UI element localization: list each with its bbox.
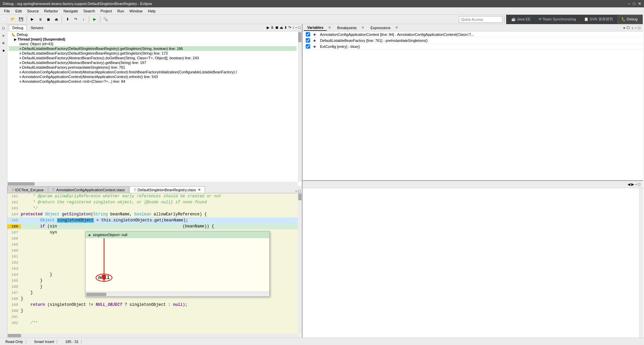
debug-hscroll-thumb[interactable] (8, 182, 35, 186)
debug-thread[interactable]: ▶ Thread [main] (Suspended) (9, 37, 297, 42)
debug-stepover-icon[interactable]: ↷ (288, 25, 291, 30)
sidebar-icon-4[interactable]: ■ (1, 48, 7, 54)
quick-access-input[interactable] (459, 16, 502, 23)
editor-maximize-icon[interactable]: □ (298, 189, 301, 193)
editor-section: J IOCTest_Ext.java C AnnotationConfigApp… (7, 186, 302, 338)
autocomplete-item-0[interactable]: ◆ singletonObject= null (86, 231, 269, 238)
tab-defaultsingleton-close[interactable]: ✕ (198, 188, 201, 192)
vars-icon1[interactable]: ≡ (623, 26, 625, 30)
debug-owns[interactable]: owns: Object (id=43) (9, 42, 297, 46)
ac-hscroll[interactable] (86, 292, 269, 296)
debug-suspend-icon[interactable]: ⏸ (270, 25, 274, 30)
toolbar-step-over[interactable]: ↷ (72, 16, 79, 23)
code-vscroll[interactable] (298, 193, 302, 334)
persp-javaee[interactable]: ☕ Java EE (507, 15, 534, 23)
debug-launch[interactable]: 🐛 Debug (9, 32, 297, 37)
menu-run[interactable]: Run (115, 8, 127, 14)
code-hscroll-thumb[interactable] (8, 334, 21, 337)
code-line-183: 183 */ (7, 205, 298, 211)
maximize-button[interactable]: □ (633, 1, 635, 6)
toolbar-search[interactable]: 🔍 (102, 16, 109, 23)
autocomplete-popup[interactable]: ◆ singletonObject= null null (85, 231, 270, 297)
vars-minimize[interactable]: − (635, 26, 637, 30)
stack-frame-2[interactable]: ≡ DefaultListableBeanFactory(AbstractBea… (9, 56, 297, 60)
debug-maximize-icon[interactable]: □ (298, 25, 301, 30)
vars-icon2[interactable]: ⬡ (627, 25, 630, 30)
toolbar-save[interactable]: 💾 (17, 16, 25, 23)
debug-hscroll[interactable] (7, 182, 298, 186)
persp-team[interactable]: ⟳ Team Synchronizing (535, 15, 580, 23)
var-check-2[interactable] (305, 44, 311, 49)
rb-left-arrow[interactable]: ◀ (628, 182, 630, 187)
persp-svn[interactable]: 📋 SVN 资库研究 (580, 15, 617, 23)
var-icon-1: ◆ (313, 39, 317, 42)
menu-search[interactable]: Search (81, 8, 98, 14)
sidebar-icon-2[interactable]: ≡ (1, 33, 7, 39)
menu-edit[interactable]: Edit (13, 8, 24, 14)
line-num-200: 200 (7, 309, 21, 313)
toolbar-debug-suspend[interactable]: ⏸ (37, 16, 44, 23)
debug-stepreturn-icon[interactable]: ↑ (292, 25, 294, 30)
debug-vscroll-thumb[interactable] (298, 32, 302, 42)
vars-icon3[interactable]: ↕ (631, 26, 633, 30)
toolbar-debug-stop[interactable]: ⏹ (45, 16, 52, 23)
var-check-0[interactable] (305, 32, 311, 37)
toolbar-step-return[interactable]: ↑ (80, 16, 87, 23)
stack-frame-7[interactable]: ≡ AnnotationConfigApplicationContext.<in… (9, 79, 297, 84)
debug-stepinto-icon[interactable]: ⬇ (284, 25, 287, 30)
debug-disconnect-icon[interactable]: ⏏ (280, 25, 283, 30)
sidebar-icon-3[interactable]: ⚙ (1, 40, 7, 46)
status-insert: Smart Insert (32, 340, 57, 344)
menu-source[interactable]: Source (24, 8, 42, 14)
menu-refactor[interactable]: Refactor (42, 8, 61, 14)
menu-help[interactable]: Help (145, 8, 158, 14)
line-num-197: 197 (7, 291, 21, 295)
debug-vscroll[interactable] (298, 31, 302, 182)
rb-vscroll[interactable] (639, 188, 643, 338)
stack-frame-4[interactable]: ≡ DefaultListableBeanFactory.preInstanti… (9, 65, 297, 70)
rb-maximize[interactable]: □ (638, 182, 640, 187)
code-area[interactable]: 181 * @param allowEarlyReference whether… (7, 193, 302, 338)
close-button[interactable]: ✕ (638, 1, 641, 6)
minimize-button[interactable]: − (628, 1, 630, 6)
code-vscroll-thumb[interactable] (298, 194, 302, 200)
editor-minimize-icon[interactable]: − (295, 189, 297, 193)
sidebar-icon-1[interactable]: ⬡ (1, 25, 7, 31)
tab-annotation[interactable]: C AnnotationConfigApplicationContext.cla… (48, 186, 129, 193)
rb-minimize[interactable]: − (635, 182, 637, 187)
line-num-188: 188 (7, 236, 21, 240)
toolbar-step-into[interactable]: ⬇ (64, 16, 71, 23)
stack-frame-6[interactable]: ≡ AnnotationConfigApplicationContext(Abs… (9, 74, 297, 79)
var-check-1[interactable] (305, 38, 311, 43)
menu-window[interactable]: Window (127, 8, 145, 14)
tab-variables[interactable]: Variables (304, 25, 327, 31)
tab-defaultsingleton[interactable]: C DefaultSingletonBeanRegistry.class ✕ (129, 186, 205, 193)
right-panel: Variables ✕ Breakpoints ✕ Expressions ✕ … (303, 24, 643, 338)
toolbar-open[interactable]: 📂 (9, 16, 17, 23)
toolbar-sep2 (62, 16, 62, 23)
tab-expressions[interactable]: Expressions (367, 25, 394, 30)
ac-hscroll-thumb[interactable] (86, 293, 106, 296)
rb-right-arrow[interactable]: ▶ (631, 182, 634, 187)
debug-collapse-icon[interactable]: − (295, 25, 297, 30)
servers-tab[interactable]: Servers (27, 25, 47, 30)
toolbar-debug-disconnect[interactable]: ⏏ (53, 16, 60, 23)
code-hscroll[interactable] (7, 334, 298, 338)
toolbar-run[interactable]: ▶ (91, 16, 98, 23)
toolbar-new[interactable]: 📄 (1, 16, 9, 23)
vars-maximize[interactable]: □ (638, 26, 640, 30)
debug-resume-icon[interactable]: ▶ (267, 25, 269, 30)
stack-frame-5[interactable]: ≡ AnnotationConfigApplicationContext(Abs… (9, 70, 297, 74)
stack-frame-0[interactable]: ≡ DefaultListableBeanFactory(DefaultSing… (9, 46, 297, 51)
toolbar-debug-resume[interactable]: ▶ (29, 16, 36, 23)
debug-stop-icon[interactable]: ⏹ (275, 25, 279, 30)
tab-ioctest[interactable]: J IOCTest_Ext.java (7, 186, 48, 193)
menu-project[interactable]: Project (98, 8, 114, 14)
menu-navigate[interactable]: Navigate (61, 8, 80, 14)
tab-breakpoints[interactable]: Breakpoints (334, 25, 360, 30)
debug-tab[interactable]: Debug (9, 25, 27, 30)
stack-frame-3[interactable]: ≡ DefaultListableBeanFactory(AbstractBea… (9, 60, 297, 65)
stack-frame-1[interactable]: ≡ DefaultListableBeanFactory(DefaultSing… (9, 51, 297, 56)
persp-debug[interactable]: 🐛 Debug (618, 15, 641, 23)
menu-file[interactable]: File (1, 8, 13, 14)
